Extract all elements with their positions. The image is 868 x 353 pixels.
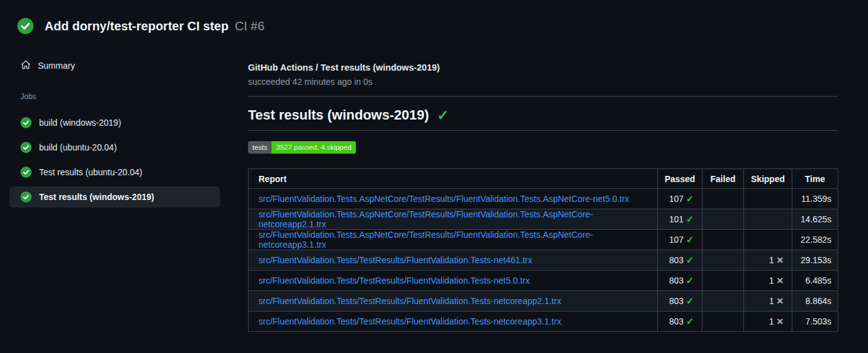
skipped-cell: 1 ✕ xyxy=(744,271,792,291)
time-cell: 7.503s xyxy=(792,312,838,332)
test-results-table: Report Passed Failed Skipped Time src/Fl… xyxy=(248,168,838,332)
pass-check-icon: ✓ xyxy=(686,214,694,224)
skipped-cell xyxy=(744,189,792,209)
failed-cell xyxy=(702,209,744,230)
sidebar-job-item[interactable]: Test results (ubuntu-20.04) xyxy=(9,162,220,183)
report-link[interactable]: src/FluentValidation.Tests/TestResults/F… xyxy=(259,276,530,285)
col-header-report: Report xyxy=(249,169,658,189)
passed-cell: 803 ✓ xyxy=(658,250,702,271)
main-content: GitHub Actions / Test results (windows-2… xyxy=(248,59,868,332)
check-circle-icon xyxy=(20,142,32,153)
failed-cell xyxy=(702,312,744,332)
job-label: Test results (ubuntu-20.04) xyxy=(39,167,143,177)
check-circle-icon xyxy=(20,167,32,178)
passed-cell: 803 ✓ xyxy=(658,291,702,312)
time-cell: 14.625s xyxy=(792,209,838,230)
check-circle-icon xyxy=(20,191,32,203)
failed-cell xyxy=(702,230,744,250)
run-title: Add dorny/test-reporter CI step xyxy=(45,19,229,33)
skip-x-icon: ✕ xyxy=(776,296,784,306)
check-run-title: GitHub Actions / Test results (windows-2… xyxy=(248,63,838,72)
skip-x-icon: ✕ xyxy=(776,255,784,265)
sidebar-job-item[interactable]: build (ubuntu-20.04) xyxy=(9,137,220,158)
check-circle-icon xyxy=(20,117,32,128)
tests-badge: tests 3527 passed, 4 skipped xyxy=(248,141,356,154)
report-link[interactable]: src/FluentValidation.Tests.AspNetCore/Te… xyxy=(259,230,593,250)
failed-cell xyxy=(702,271,744,291)
pass-check-icon: ✓ xyxy=(686,255,694,265)
table-body: src/FluentValidation.Tests.AspNetCore/Te… xyxy=(249,189,838,332)
time-cell: 22.582s xyxy=(792,230,838,250)
col-header-time: Time xyxy=(792,169,838,189)
badge-value: 3527 passed, 4 skipped xyxy=(272,141,355,154)
col-header-skipped: Skipped xyxy=(744,169,792,189)
run-number: CI #6 xyxy=(235,19,265,33)
pass-check-icon: ✓ xyxy=(686,193,694,204)
passed-cell: 107 ✓ xyxy=(658,230,702,250)
pass-check-icon: ✓ xyxy=(686,295,694,306)
table-row: src/FluentValidation.Tests/TestResults/F… xyxy=(249,312,838,332)
job-label: build (windows-2019) xyxy=(39,118,121,128)
skipped-cell xyxy=(744,209,792,230)
skip-x-icon: ✕ xyxy=(776,316,784,326)
time-cell: 29.153s xyxy=(792,250,838,271)
sidebar: Summary Jobs build (windows-2019) build … xyxy=(0,59,248,332)
pass-check-icon: ✓ xyxy=(686,234,694,245)
table-row: src/FluentValidation.Tests/TestResults/F… xyxy=(249,250,838,271)
table-row: src/FluentValidation.Tests.AspNetCore/Te… xyxy=(249,209,838,230)
table-row: src/FluentValidation.Tests.AspNetCore/Te… xyxy=(249,230,838,250)
section-title-row: Test results (windows-2019) ✓ xyxy=(248,107,838,131)
passed-cell: 107 ✓ xyxy=(658,189,702,209)
table-header-row: Report Passed Failed Skipped Time xyxy=(249,169,838,189)
report-link[interactable]: src/FluentValidation.Tests.AspNetCore/Te… xyxy=(259,209,593,229)
table-row: src/FluentValidation.Tests/TestResults/F… xyxy=(249,271,838,291)
jobs-section-label: Jobs xyxy=(20,92,248,101)
success-check-icon: ✓ xyxy=(437,108,449,123)
pass-check-icon: ✓ xyxy=(686,316,694,326)
run-header: Add dorny/test-reporter CI step CI #6 xyxy=(0,0,868,34)
job-label: build (ubuntu-20.04) xyxy=(39,142,117,152)
check-run-status: succeeded 42 minutes ago in 0s xyxy=(248,77,838,97)
time-cell: 6.485s xyxy=(792,271,838,291)
sidebar-job-item[interactable]: Test results (windows-2019) xyxy=(9,186,220,207)
col-header-passed: Passed xyxy=(658,169,702,189)
time-cell: 8.864s xyxy=(792,291,838,312)
failed-cell xyxy=(702,189,744,209)
badge-label: tests xyxy=(248,141,272,154)
report-link[interactable]: src/FluentValidation.Tests/TestResults/F… xyxy=(259,296,561,306)
section-title: Test results (windows-2019) xyxy=(248,107,429,123)
passed-cell: 101 ✓ xyxy=(658,209,702,230)
time-cell: 11.359s xyxy=(792,189,838,209)
report-link[interactable]: src/FluentValidation.Tests/TestResults/F… xyxy=(259,316,561,326)
job-label: Test results (windows-2019) xyxy=(39,192,154,202)
report-link[interactable]: src/FluentValidation.Tests/TestResults/F… xyxy=(259,255,532,265)
col-header-failed: Failed xyxy=(702,169,744,189)
sidebar-job-item[interactable]: build (windows-2019) xyxy=(9,112,220,133)
failed-cell xyxy=(702,250,744,271)
table-row: src/FluentValidation.Tests.AspNetCore/Te… xyxy=(249,189,838,209)
sidebar-item-summary[interactable]: Summary xyxy=(20,59,248,72)
failed-cell xyxy=(702,291,744,312)
skipped-cell: 1 ✕ xyxy=(744,291,792,312)
skipped-cell: 1 ✕ xyxy=(744,250,792,271)
pass-check-icon: ✓ xyxy=(686,275,694,285)
home-icon xyxy=(20,59,31,72)
passed-cell: 803 ✓ xyxy=(658,271,702,291)
table-row: src/FluentValidation.Tests/TestResults/F… xyxy=(249,291,838,312)
skipped-cell: 1 ✕ xyxy=(744,312,792,332)
skip-x-icon: ✕ xyxy=(776,276,784,285)
report-link[interactable]: src/FluentValidation.Tests.AspNetCore/Te… xyxy=(259,194,629,204)
jobs-list: build (windows-2019) build (ubuntu-20.04… xyxy=(9,112,220,207)
skipped-cell xyxy=(744,230,792,250)
summary-label: Summary xyxy=(38,61,75,71)
check-circle-icon xyxy=(17,18,33,34)
passed-cell: 803 ✓ xyxy=(658,312,702,332)
